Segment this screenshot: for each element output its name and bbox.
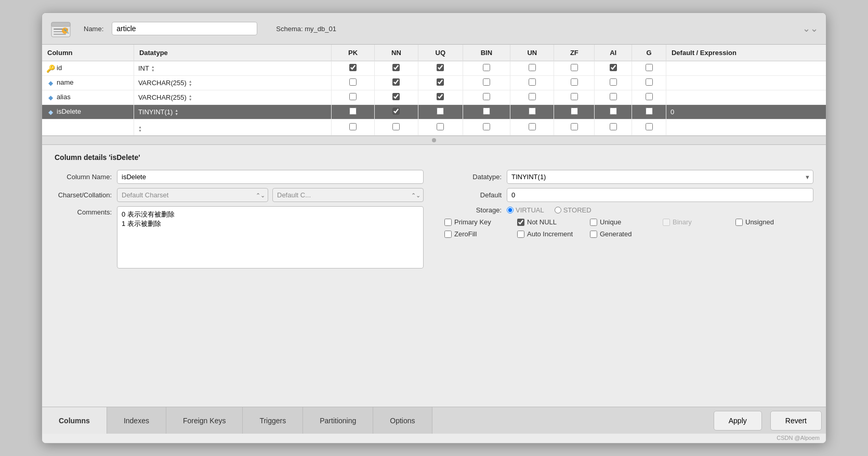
tab-foreign-keys[interactable]: Foreign Keys [166,407,243,434]
unsigned-label[interactable]: Unsigned [735,218,798,226]
primary-key-label[interactable]: Primary Key [444,218,507,226]
checkbox-un[interactable] [529,78,536,86]
unsigned-checkbox[interactable] [735,219,743,226]
checkbox-ai[interactable] [610,93,617,100]
svg-rect-1 [51,22,70,26]
checkbox-bin[interactable] [483,64,490,71]
zerofill-text: ZeroFill [454,230,477,238]
checkbox-bin[interactable] [483,93,490,100]
checkbox-uq[interactable] [437,93,444,100]
primary-key-checkbox[interactable] [444,219,452,226]
checkbox-pk[interactable] [349,78,357,86]
tab-columns[interactable]: Columns [42,407,107,434]
revert-button[interactable]: Revert [770,411,822,431]
table-row[interactable]: 🔑idINT▲▼ [42,61,826,76]
datatype-stepper[interactable]: ▲▼ [175,109,182,116]
checkbox-nn[interactable] [392,108,400,115]
checkbox-nn[interactable] [392,64,400,71]
checkbox-g[interactable] [646,93,653,100]
checkbox-un[interactable] [529,93,536,100]
row-default [666,61,826,76]
auto-increment-label[interactable]: Auto Increment [517,230,580,238]
checkbox-g[interactable] [646,108,653,115]
datatype-select[interactable]: TINYINT(1) [507,170,813,184]
checkbox-zf[interactable] [571,78,578,86]
tab-options[interactable]: Options [373,407,432,434]
default-input[interactable] [507,188,813,202]
datatype-stepper[interactable]: ▲▼ [189,79,196,87]
tab-indexes[interactable]: Indexes [107,407,166,434]
checkbox-zf[interactable] [571,108,578,115]
stored-radio-label[interactable]: STORED [555,206,591,214]
checkbox-nn[interactable] [392,78,400,86]
checkbox-ai[interactable] [610,108,617,115]
checkbox-uq[interactable] [437,64,444,71]
comments-textarea[interactable] [117,206,424,269]
new-row-checkbox[interactable] [349,123,357,130]
row-column-name: ◆isDelete [42,105,134,119]
virtual-label: VIRTUAL [516,206,544,214]
new-row-checkbox[interactable] [646,123,653,130]
checkbox-pk[interactable] [349,93,357,100]
new-row-stepper[interactable]: ▲▼ [138,125,146,132]
row-ai [595,76,632,90]
not-null-checkbox[interactable] [517,219,524,226]
row-g [632,76,666,90]
checkbox-bin[interactable] [483,78,490,86]
checkbox-zf[interactable] [571,93,578,100]
column-table-area: Column Datatype PK NN UQ BIN UN ZF AI G … [42,45,826,136]
resize-divider[interactable] [42,136,826,145]
checkbox-uq[interactable] [437,108,444,115]
unique-checkbox[interactable] [590,219,597,226]
collation-select[interactable]: Default C... [272,188,424,202]
unique-label[interactable]: Unique [590,218,652,226]
checkbox-ai[interactable] [610,78,617,86]
row-un [510,90,554,105]
checkbox-pk[interactable] [349,108,357,115]
collapse-button[interactable]: ⌄⌄ [803,21,818,36]
name-input[interactable] [112,22,257,35]
virtual-radio-label[interactable]: VIRTUAL [507,206,544,214]
stored-radio[interactable] [555,207,561,213]
checkbox-un[interactable] [529,64,536,71]
row-bin [463,76,510,90]
checkbox-ai[interactable] [610,64,617,71]
tab-triggers[interactable]: Triggers [243,407,303,434]
new-row-checkbox[interactable] [437,123,444,130]
row-pk [332,105,375,119]
checkbox-bin[interactable] [483,108,490,115]
datatype-stepper[interactable]: ▲▼ [151,65,159,72]
virtual-radio[interactable] [507,207,514,213]
table-row[interactable]: ◆isDeleteTINYINT(1)▲▼0 [42,105,826,119]
checkbox-pk[interactable] [349,64,357,71]
generated-label[interactable]: Generated [590,230,652,238]
charset-select[interactable]: Default Charset [117,188,268,202]
checkbox-nn[interactable] [392,93,400,100]
table-row[interactable]: ◆nameVARCHAR(255)▲▼ [42,76,826,90]
table-row[interactable]: ◆aliasVARCHAR(255)▲▼ [42,90,826,105]
auto-increment-checkbox[interactable] [517,231,524,238]
checkbox-g[interactable] [646,78,653,86]
row-pk [332,61,375,76]
checkbox-uq[interactable] [437,78,444,86]
new-row-checkbox[interactable] [610,123,617,130]
new-row-checkbox[interactable] [571,123,578,130]
not-null-label[interactable]: Not NULL [517,218,580,226]
zerofill-checkbox[interactable] [444,231,452,238]
checkbox-un[interactable] [529,108,536,115]
binary-label[interactable]: Binary [663,218,725,226]
checkbox-zf[interactable] [571,64,578,71]
new-row-checkbox[interactable] [529,123,536,130]
new-row-checkbox[interactable] [392,123,400,130]
column-name-input[interactable] [117,170,424,184]
datatype-stepper[interactable]: ▲▼ [189,94,196,101]
apply-button[interactable]: Apply [714,411,762,431]
new-row-checkbox[interactable] [483,123,490,130]
tab-partitioning[interactable]: Partitioning [303,407,373,434]
new-row-cb-td [374,119,418,136]
new-row-placeholder[interactable]: ▲▼ [42,119,826,136]
generated-checkbox[interactable] [590,231,597,238]
binary-checkbox[interactable] [663,219,670,226]
zerofill-label[interactable]: ZeroFill [444,230,507,238]
checkbox-g[interactable] [646,64,653,71]
